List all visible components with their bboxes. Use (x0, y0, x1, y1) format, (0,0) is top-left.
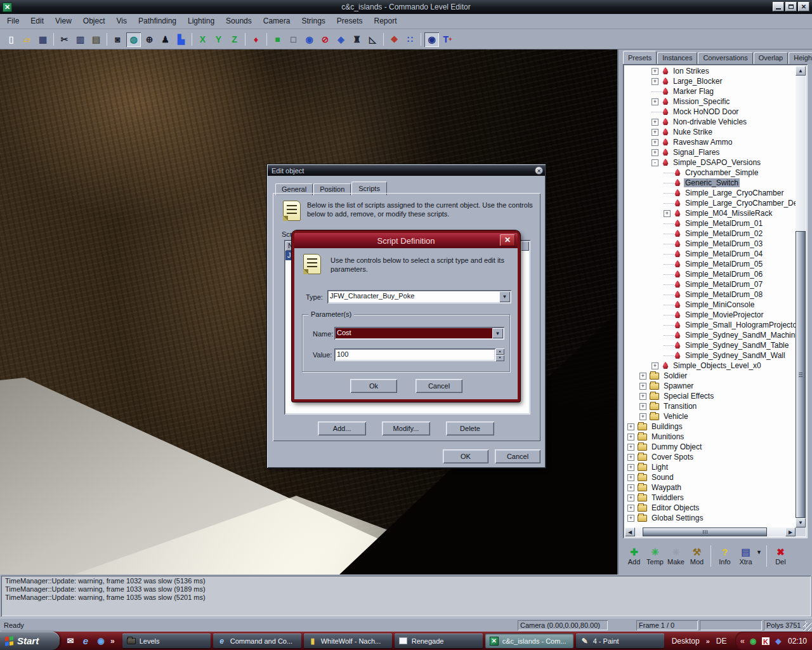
tab-instances[interactable]: Instances (657, 52, 697, 64)
expand-icon[interactable]: + (652, 149, 658, 156)
taskbar-clock[interactable]: 02:10 (788, 637, 807, 646)
spinner-up-icon[interactable]: ▲ (495, 348, 504, 355)
tree-item-label[interactable]: Special Effects (662, 392, 715, 401)
tree-row[interactable]: Mock HoNOD Door (625, 107, 796, 117)
copy-icon[interactable]: ▥ (73, 32, 88, 47)
quick-launch-overflow-icon[interactable]: » (110, 637, 115, 646)
text-labels-icon[interactable]: T+ (440, 32, 455, 47)
tree-item-label[interactable]: Simple_Objects_Level_x0 (672, 361, 763, 370)
tree-row[interactable]: +Transition (625, 401, 796, 411)
scrollbar-thumb[interactable] (796, 231, 806, 518)
tree-row[interactable]: Generic_Switch (625, 178, 796, 188)
tree-row[interactable]: +Light (625, 462, 796, 472)
tree-row[interactable]: Simple_MetalDrum_04 (625, 249, 796, 259)
axis-x-icon[interactable]: X (195, 32, 210, 47)
start-button[interactable]: Start (0, 632, 60, 650)
tree-item-label[interactable]: Editor Objects (650, 503, 700, 512)
expand-icon[interactable]: + (652, 362, 658, 369)
tree-item-label[interactable]: Light (650, 463, 669, 472)
expand-icon[interactable]: + (627, 423, 634, 430)
tree-row[interactable]: +Ion Strikes (625, 66, 796, 76)
menu-vis[interactable]: Vis (111, 14, 133, 29)
taskbar-button[interactable]: eCommand and Co... (213, 633, 301, 648)
save-icon[interactable]: ▦ (36, 32, 50, 47)
info-preset-button[interactable]: ?Info (714, 547, 735, 566)
scroll-up-button[interactable]: ▲ (796, 66, 806, 76)
tree-item-label[interactable]: Simple_DSAPO_Versions (672, 158, 762, 167)
tree-row[interactable]: Simple_MetalDrum_05 (625, 259, 796, 269)
tree-row[interactable]: +Mission_Specific (625, 96, 796, 107)
menu-pathfinding[interactable]: Pathfinding (133, 14, 182, 29)
tree-row[interactable]: +Dummy Object (625, 442, 796, 452)
vis-disabled-icon[interactable]: ⊘ (318, 32, 332, 47)
tree-row[interactable]: Simple_MetalDrum_01 (625, 218, 796, 229)
modify-script-button[interactable]: Modify... (382, 421, 430, 435)
tree-row[interactable]: Simple_MovieProjector (625, 310, 796, 320)
render-camera-icon[interactable]: ◙ (110, 32, 125, 47)
drop-to-ground-icon[interactable]: ♦ (249, 32, 263, 47)
tree-row[interactable]: Simple_Sydney_SandM_Table (625, 340, 796, 350)
tree-item-label[interactable]: Generic_Switch (684, 178, 740, 187)
tree-item-label[interactable]: Global Settings (650, 514, 704, 522)
chevron-down-icon[interactable]: ▼ (499, 291, 510, 302)
param-value-input[interactable]: 100 (334, 348, 495, 361)
tree-item-label[interactable]: Simple_M04_MissileRack (684, 209, 773, 218)
expand-icon[interactable]: + (627, 434, 634, 441)
expand-icon[interactable]: + (627, 484, 634, 491)
tree-row[interactable]: +Global Settings (625, 513, 796, 523)
param-name-combobox[interactable]: Cost ▼ (334, 327, 504, 340)
tree-item-label[interactable]: Simple_MetalDrum_07 (684, 280, 764, 289)
tree-item-label[interactable]: Signal_Flares (672, 148, 721, 157)
tree-row[interactable]: +Buildings (625, 421, 796, 432)
expand-icon[interactable]: + (639, 413, 646, 420)
spinner-down-icon[interactable]: ▼ (495, 355, 504, 361)
expand-icon[interactable]: + (652, 129, 658, 136)
menu-lighting[interactable]: Lighting (182, 14, 220, 29)
close-button[interactable]: ✕ (798, 2, 809, 11)
vis-camera-icon[interactable]: ♜ (350, 32, 364, 47)
tree-row[interactable]: +Simple_Objects_Level_x0 (625, 361, 796, 371)
menu-sounds[interactable]: Sounds (220, 14, 258, 29)
tab-heightfield[interactable]: Heightfield (789, 52, 812, 64)
tree-row[interactable]: +Soldier (625, 371, 796, 381)
scroll-right-button[interactable]: ▶ (785, 527, 796, 536)
menu-object[interactable]: Object (77, 14, 111, 29)
walk-through-icon[interactable]: ♟ (158, 32, 173, 47)
resize-grip[interactable] (803, 623, 811, 631)
expand-icon[interactable]: + (627, 474, 634, 481)
taskbar-button[interactable]: ✕c&c_islands - Com... (485, 633, 573, 648)
expand-icon[interactable]: + (652, 68, 658, 75)
tree-item-label[interactable]: Dummy Object (650, 442, 703, 451)
script-definition-cancel-button[interactable]: Cancel (416, 379, 462, 393)
tray-chevron-icon[interactable]: « (740, 636, 745, 646)
tree-item-label[interactable]: Simple_MetalDrum_02 (684, 229, 764, 238)
expand-icon[interactable]: + (652, 119, 658, 126)
internet-explorer-icon[interactable]: e (80, 635, 91, 647)
wireframe-view-icon[interactable]: □ (286, 32, 301, 47)
taskbar-button[interactable]: Levels (122, 633, 211, 648)
tree-item-label[interactable]: Non-drivable Vehicles (672, 117, 748, 126)
expand-icon[interactable]: + (639, 393, 646, 400)
delete-script-button[interactable]: Delete (446, 421, 494, 435)
tree-row[interactable]: Simple_MetalDrum_08 (625, 289, 796, 300)
extra-column-header[interactable] (521, 241, 529, 251)
scroll-left-button[interactable]: ◀ (625, 527, 635, 536)
tree-row[interactable]: Simple_Large_CryoChamber (625, 188, 796, 198)
vis-points-icon[interactable]: ◉ (302, 32, 317, 47)
chevron-down-icon[interactable]: ▼ (492, 328, 503, 338)
paste-icon[interactable]: ▤ (89, 32, 103, 47)
tree-item-label[interactable]: Simple_MetalDrum_08 (684, 290, 764, 299)
tree-item-label[interactable]: Simple_MovieProjector (684, 310, 764, 319)
mail-icon[interactable]: ✉ (65, 635, 76, 647)
script-definition-title-bar[interactable]: Script Definition (294, 233, 518, 248)
expand-icon[interactable]: + (639, 403, 646, 410)
tree-row[interactable]: Simple_MetalDrum_03 (625, 239, 796, 249)
tree-item-label[interactable]: Twiddlers (650, 493, 685, 502)
agent-icon[interactable]: ◆ (773, 636, 783, 646)
open-file-icon[interactable]: ▱ (20, 32, 34, 47)
tree-row[interactable]: +Nuke Strike (625, 127, 796, 137)
tree-item-label[interactable]: Cover Spots (650, 453, 695, 461)
tree-row[interactable]: +Large_Blocker (625, 76, 796, 86)
vis-sector-icon[interactable]: ◺ (365, 32, 380, 47)
tree-horizontal-scrollbar[interactable]: ◀ ▶ (625, 527, 796, 536)
